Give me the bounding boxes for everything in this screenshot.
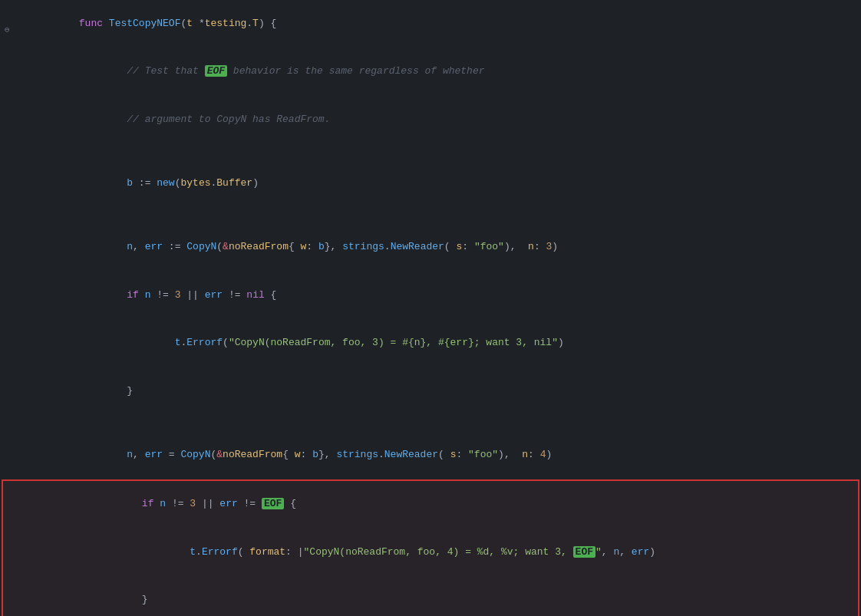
close-paren: ) [649, 546, 655, 558]
colon: : [285, 546, 298, 558]
num-3b: 3 [175, 289, 181, 301]
line-content: t.Errorf("CopyN(noReadFrom, foo, 3) = #{… [37, 319, 861, 367]
line-close-highlighted: } [3, 576, 858, 616]
indent [79, 177, 127, 189]
var-n: n [160, 498, 166, 509]
amp: & [223, 241, 229, 252]
var-err: err [145, 241, 163, 252]
comma-err: , [619, 546, 632, 558]
indent [94, 546, 190, 558]
paren: ( [216, 241, 223, 252]
param-t: t [186, 18, 193, 29]
op-ne2: != [238, 498, 262, 509]
op: := [163, 241, 186, 252]
close-paren: ) { [259, 18, 276, 29]
brace: { [284, 498, 296, 509]
comment: // argument to CopyN has ReadFrom. [79, 114, 331, 125]
comment: // Test that EOF behavior is the same re… [79, 65, 485, 77]
close-brace: }, [325, 241, 337, 252]
space [139, 289, 145, 301]
brace: } [94, 594, 147, 605]
pipe: | [298, 546, 304, 558]
op-ne2: != [223, 289, 246, 301]
var-t: t [190, 546, 196, 558]
line-n-err-1: n, err := CopyN(&noReadFrom{ w: b}, stri… [0, 224, 861, 272]
space: * [193, 18, 205, 29]
func-new: new [157, 177, 174, 189]
func-name: TestCopyNEOF [109, 18, 181, 29]
comma: , [133, 449, 145, 460]
paren: ( [223, 337, 229, 348]
type-noread: noReadFrom [223, 449, 282, 460]
dot: . [196, 546, 202, 558]
kw-nil: nil [246, 289, 264, 301]
line-content: n, err = CopyN(&noReadFrom{ w: b}, strin… [37, 431, 861, 479]
paren2: ( [438, 449, 444, 460]
line-content: // argument to CopyN has ReadFrom. [37, 96, 861, 143]
close-paren: ) [252, 177, 259, 189]
colon3: : [528, 449, 540, 460]
comma-n: , [602, 546, 614, 558]
close-paren3: ) [546, 449, 553, 460]
label-w: w [289, 449, 301, 460]
var-err2: err [632, 546, 649, 558]
func-copyn: CopyN [180, 449, 210, 460]
var-b2: b [312, 449, 318, 460]
func-copyn: CopyN [186, 241, 216, 252]
label-format: format [244, 546, 286, 558]
colon2: : [456, 449, 468, 460]
line-t-errorf-2-highlighted: t.Errorf( format: |"CopyN(noReadFrom, fo… [3, 529, 858, 576]
label-s: s [444, 449, 457, 460]
str-foo: "foo" [474, 241, 504, 252]
line-content [37, 208, 861, 224]
close-paren2: ), [498, 449, 510, 460]
line-content: if n != 3 || err != EOF { [40, 481, 858, 529]
code-editor: func TestCopyNEOF(t *testing.T) { // Tes… [0, 0, 861, 616]
op-or: || [181, 289, 205, 301]
paren2: ( [444, 241, 450, 252]
var-n: n [127, 241, 133, 252]
dot: . [246, 18, 252, 29]
colon2: : [462, 241, 474, 252]
func-newreader: strings [336, 449, 378, 460]
op: := [133, 177, 157, 189]
op-ne: != [150, 289, 174, 301]
close-brace: }, [318, 449, 331, 460]
brace: { [282, 449, 289, 460]
line-n-err-2: n, err = CopyN(&noReadFrom{ w: b}, strin… [0, 431, 861, 479]
line-t-errorf-1: t.Errorf("CopyN(noReadFrom, foo, 3) = #{… [0, 319, 861, 367]
indent [94, 498, 141, 509]
line-content: if n != 3 || err != nil { [37, 272, 861, 319]
type-buffer: Buffer [216, 177, 252, 189]
label-s: s [450, 241, 463, 252]
line-comment1: // Test that EOF behavior is the same re… [0, 48, 861, 95]
line-empty [0, 143, 861, 160]
var-b2: b [318, 241, 325, 252]
close-paren2: ), [504, 241, 516, 252]
indent [79, 241, 127, 252]
brace: { [289, 241, 295, 252]
comma: , [133, 241, 145, 252]
var-b: b [127, 177, 133, 189]
op-ne: != [166, 498, 190, 509]
line-if-2-highlighted: if n != 3 || err != EOF { [3, 481, 858, 529]
line-empty3 [0, 415, 861, 431]
num-4: 4 [540, 449, 546, 460]
str-foo2: "foo" [468, 449, 498, 460]
dot: . [384, 241, 391, 252]
line-content: } [40, 576, 858, 616]
type-bytes: bytes [180, 177, 210, 189]
indent [79, 289, 127, 301]
line-func-header: func TestCopyNEOF(t *testing.T) { [0, 0, 861, 48]
str-format: "CopyN(noReadFrom, foo, 4) = %d, %v; wan… [304, 546, 602, 558]
var-err: err [145, 449, 163, 460]
kw-if: if [142, 498, 154, 509]
line-if-1: if n != 3 || err != nil { [0, 272, 861, 319]
brace2: { [265, 289, 277, 301]
highlighted-block: if n != 3 || err != EOF { t.Errorf( form… [2, 479, 859, 616]
label-n: n [516, 241, 534, 252]
amp: & [216, 449, 223, 460]
colon: : [301, 449, 313, 460]
kw-if: if [127, 289, 139, 301]
func-newreader: strings [342, 241, 384, 252]
